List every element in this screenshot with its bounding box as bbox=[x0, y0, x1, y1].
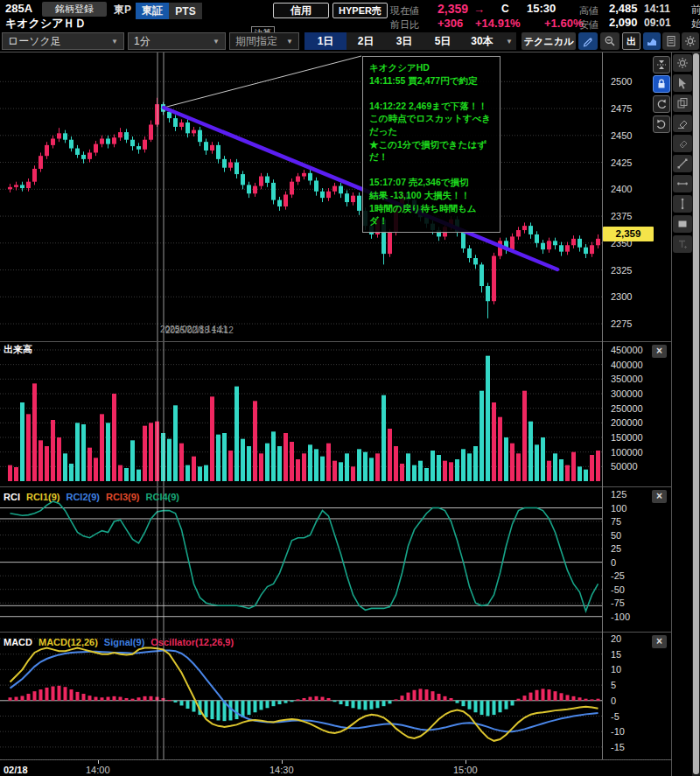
tab-5day[interactable]: 5日 bbox=[424, 32, 462, 50]
panel-divider[interactable] bbox=[0, 341, 672, 342]
scrollbar-track[interactable] bbox=[692, 52, 700, 776]
trendline-icon[interactable] bbox=[673, 155, 692, 172]
chevron-down-icon[interactable]: ▼ bbox=[502, 32, 516, 50]
current-price-badge: 2,359 bbox=[603, 227, 654, 241]
axis-tick-label: -15 bbox=[611, 742, 625, 752]
eraser-soft-icon[interactable] bbox=[673, 135, 692, 152]
chevron-down-icon: ▼ bbox=[213, 38, 220, 45]
low-value: 2,090 bbox=[609, 16, 638, 29]
panel-divider[interactable] bbox=[0, 486, 672, 487]
popout-button[interactable]: 出 bbox=[622, 32, 640, 50]
tab-30bars[interactable]: 30本 bbox=[462, 32, 502, 50]
crosshair-timestamp-2: 2025/02/18 14:12 bbox=[165, 325, 234, 335]
technical-button[interactable]: テクニカル bbox=[522, 32, 576, 50]
current-price-label: 現在値 bbox=[390, 4, 419, 17]
panel-divider[interactable] bbox=[0, 632, 672, 633]
change-pct1: +14.91% bbox=[475, 17, 521, 30]
text-tool-icon[interactable] bbox=[673, 235, 692, 253]
session-flag: C bbox=[501, 3, 509, 15]
change-pct2: +1.60% bbox=[544, 17, 583, 30]
legend-item: MACD bbox=[4, 637, 32, 647]
axis-tick-label: 20 bbox=[611, 633, 621, 644]
low-time: 09:01 bbox=[644, 17, 671, 29]
close-volume-panel-button[interactable]: × bbox=[652, 345, 667, 358]
eraser-icon[interactable] bbox=[673, 115, 692, 132]
legend-item: RCI4(9) bbox=[146, 492, 180, 502]
hyper-sell-button[interactable]: HYPER売 bbox=[332, 3, 388, 18]
axis-tick-label: 15 bbox=[611, 649, 621, 660]
interval-value: 1分 bbox=[134, 34, 150, 49]
chart-toolbar: ローソク足▼ 1分▼ 期間指定▼ 1日 2日 3日 5日 30本 ▼ テクニカル… bbox=[0, 31, 700, 52]
chart-style-icon[interactable] bbox=[643, 32, 661, 50]
tab-pts[interactable]: PTS bbox=[169, 3, 202, 19]
close-macd-panel-button[interactable]: × bbox=[652, 635, 667, 648]
time-tick bbox=[282, 760, 283, 764]
vertical-line-icon[interactable] bbox=[673, 195, 692, 213]
legend-item: RCI1(9) bbox=[26, 492, 60, 502]
cursor-icon[interactable] bbox=[673, 74, 692, 92]
period-select[interactable]: 期間指定▼ bbox=[229, 32, 299, 50]
tab-1day[interactable]: 1日 bbox=[304, 32, 346, 50]
close-rci-panel-button[interactable]: × bbox=[652, 490, 667, 503]
chart-type-value: ローソク足 bbox=[8, 34, 61, 49]
legend-item: Oscillator(12,26,9) bbox=[150, 637, 234, 647]
tab-2day[interactable]: 2日 bbox=[346, 32, 385, 50]
rectangle-icon[interactable] bbox=[673, 215, 692, 233]
tick-direction-arrow: → bbox=[473, 3, 485, 16]
tab-tse[interactable]: 東証 bbox=[136, 3, 169, 19]
change-value: +306 bbox=[438, 17, 463, 30]
rci-legend: RCIRCI1(9)RCI2(9)RCI3(9)RCI4(9) bbox=[4, 488, 186, 504]
interval-select[interactable]: 1分▼ bbox=[128, 32, 226, 50]
truncated-open-label: 始 bbox=[691, 17, 700, 31]
chart-region: 2500247524502425240023752350232523002275… bbox=[0, 52, 700, 776]
high-value: 2,485 bbox=[609, 2, 638, 15]
time-tick bbox=[98, 760, 99, 764]
redo-icon[interactable] bbox=[653, 115, 670, 133]
date-label: 02/18 bbox=[4, 765, 28, 775]
register-stock-button[interactable]: 銘柄登録 bbox=[42, 2, 107, 17]
undo-icon[interactable] bbox=[653, 95, 670, 113]
tab-3day[interactable]: 3日 bbox=[385, 32, 424, 50]
fit-height-icon[interactable] bbox=[653, 56, 670, 73]
period-value: 期間指定 bbox=[235, 34, 277, 49]
market-label: 東P bbox=[114, 3, 131, 17]
chart-canvas[interactable] bbox=[0, 52, 602, 759]
axis-divider bbox=[602, 52, 603, 759]
axis-tick-label: 10 bbox=[611, 664, 621, 675]
pencil-icon[interactable] bbox=[578, 32, 598, 50]
truncated-prev-label: 前 bbox=[691, 3, 700, 17]
current-price: 2,359 bbox=[438, 2, 468, 16]
axis-tick-label: 0 bbox=[611, 696, 616, 706]
legend-item: RCI3(9) bbox=[106, 492, 140, 502]
scrollbar-thumb[interactable] bbox=[693, 53, 699, 774]
axis-tick-label: 5 bbox=[611, 680, 616, 690]
chart-annotation-note[interactable]: キオクシアHD 14:11:55 買2,477円で約定 14:12:22 2,4… bbox=[362, 56, 500, 233]
chart-type-select[interactable]: ローソク足▼ bbox=[2, 32, 124, 50]
gear-icon[interactable] bbox=[673, 54, 692, 72]
macd-legend: MACDMACD(12,26)Signal(9)Oscillator(12,26… bbox=[4, 633, 240, 649]
gear-icon[interactable] bbox=[682, 32, 699, 50]
header: 285A 銘柄登録 東P 東証 PTS 決算 信用 HYPER売 現在値 2,3… bbox=[0, 0, 700, 31]
measure-icon[interactable] bbox=[673, 175, 692, 192]
drawing-toolbar bbox=[673, 54, 692, 255]
time-tick-label: 15:00 bbox=[453, 765, 478, 775]
time-tick bbox=[466, 760, 466, 764]
volume-panel-title: 出来高 bbox=[4, 343, 32, 356]
legend-item: RCI2(9) bbox=[66, 492, 100, 502]
axis-tick-label: -10 bbox=[611, 726, 625, 737]
zoom-out-icon[interactable] bbox=[600, 32, 620, 50]
time-tick-label: 14:30 bbox=[270, 765, 294, 775]
margin-button[interactable]: 信用 bbox=[273, 3, 329, 18]
copy-icon[interactable] bbox=[673, 94, 692, 112]
legend-item: MACD(12,26) bbox=[38, 637, 98, 647]
last-update-time: 15:30 bbox=[527, 2, 556, 15]
trading-app-window: 285A 銘柄登録 東P 東証 PTS 決算 信用 HYPER売 現在値 2,3… bbox=[0, 0, 700, 776]
change-label: 前日比 bbox=[390, 18, 419, 31]
legend-item: Signal(9) bbox=[104, 637, 144, 647]
time-tick-label: 14:00 bbox=[86, 765, 110, 775]
lock-icon[interactable] bbox=[653, 75, 670, 93]
stock-code: 285A bbox=[5, 2, 32, 15]
chevron-down-icon: ▼ bbox=[286, 38, 293, 45]
low-label: 安値 bbox=[579, 18, 598, 31]
report-icon[interactable] bbox=[662, 32, 680, 50]
